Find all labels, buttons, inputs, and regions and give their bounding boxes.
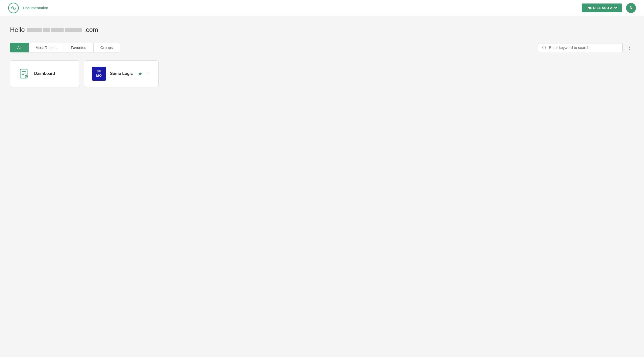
vertical-dots-card-icon bbox=[146, 71, 150, 76]
redact-block-3 bbox=[51, 28, 64, 32]
svg-point-5 bbox=[629, 49, 630, 50]
sumo-logic-card[interactable]: SU MO Sumo Logic ★ bbox=[84, 60, 159, 87]
card-actions: ★ bbox=[138, 71, 150, 77]
search-input-wrapper bbox=[538, 43, 622, 52]
documentation-link[interactable]: Documentation bbox=[23, 6, 48, 10]
card-more-options-button[interactable] bbox=[146, 71, 150, 76]
redact-block-4 bbox=[64, 28, 82, 32]
vertical-dots-icon bbox=[626, 45, 632, 51]
svg-point-12 bbox=[148, 73, 148, 74]
header: Documentation INSTALL SSO APP N bbox=[0, 0, 644, 16]
header-left: Documentation bbox=[8, 3, 48, 14]
tabs: All Most Recent Favorites Groups bbox=[10, 43, 120, 53]
sumo-logic-card-title: Sumo Logic bbox=[110, 71, 133, 76]
favorite-star-icon[interactable]: ★ bbox=[138, 71, 142, 77]
search-input[interactable] bbox=[549, 46, 618, 50]
svg-point-4 bbox=[629, 47, 630, 48]
search-area bbox=[538, 43, 634, 52]
tab-all[interactable]: All bbox=[10, 43, 29, 53]
dashboard-icon bbox=[18, 68, 30, 80]
svg-point-13 bbox=[148, 75, 148, 76]
tab-most-recent[interactable]: Most Recent bbox=[28, 43, 64, 53]
avatar-button[interactable]: N bbox=[626, 3, 636, 13]
domain-suffix: .com bbox=[84, 26, 98, 34]
tabs-row: All Most Recent Favorites Groups bbox=[10, 43, 634, 53]
sumo-logic-logo: SU MO bbox=[92, 67, 106, 81]
sumo-line1: SU bbox=[96, 69, 102, 74]
tab-favorites[interactable]: Favorites bbox=[64, 43, 94, 53]
dashboard-card-title: Dashboard bbox=[34, 71, 55, 76]
sumo-line2: MO bbox=[96, 74, 102, 78]
svg-point-3 bbox=[629, 46, 630, 47]
install-sso-button[interactable]: INSTALL SSO APP bbox=[582, 4, 622, 12]
sumo-logo-text: SU MO bbox=[96, 69, 102, 78]
redact-block-1 bbox=[27, 28, 42, 32]
redacted-name bbox=[27, 28, 82, 32]
logo-icon bbox=[8, 3, 19, 14]
more-options-button[interactable] bbox=[624, 44, 634, 52]
main-content: Hello .com All Most Recent Favorites Gro… bbox=[0, 16, 644, 97]
dashboard-card[interactable]: Dashboard bbox=[10, 60, 80, 87]
header-right: INSTALL SSO APP N bbox=[582, 3, 636, 13]
search-icon bbox=[542, 46, 546, 50]
redact-block-2 bbox=[43, 28, 50, 32]
greeting: Hello .com bbox=[10, 26, 634, 34]
hello-text: Hello bbox=[10, 26, 25, 34]
svg-line-2 bbox=[545, 49, 546, 49]
tab-groups[interactable]: Groups bbox=[93, 43, 120, 53]
cards-grid: Dashboard SU MO Sumo Logic ★ bbox=[10, 60, 634, 87]
svg-point-11 bbox=[148, 72, 148, 73]
